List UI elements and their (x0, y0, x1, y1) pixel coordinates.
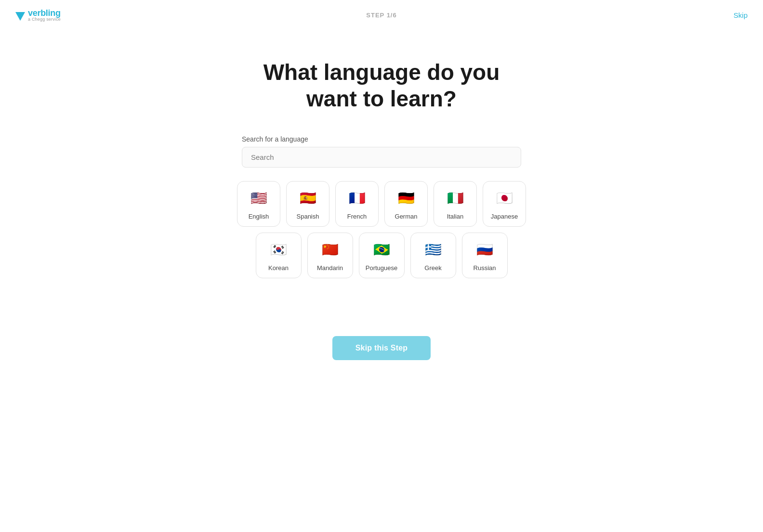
header: verbling a Chegg service STEP 1/6 Skip (0, 0, 763, 30)
skip-link[interactable]: Skip (734, 11, 748, 19)
language-card-spanish[interactable]: 🇪🇸 Spanish (286, 181, 329, 227)
logo-triangle-icon (15, 12, 25, 21)
language-row-2: 🇰🇷 Korean 🇨🇳 Mandarin 🇧🇷 Portuguese 🇬🇷 G… (237, 233, 526, 278)
language-name-portuguese: Portuguese (366, 264, 398, 272)
flag-german: 🇩🇪 (395, 188, 417, 209)
logo-brand: verbling (28, 9, 61, 17)
flag-english: 🇺🇸 (248, 188, 269, 209)
main-content: What language do you want to learn? Sear… (0, 30, 763, 360)
flag-mandarin: 🇨🇳 (319, 239, 341, 260)
language-name-mandarin: Mandarin (317, 264, 343, 272)
logo: verbling a Chegg service (15, 9, 61, 22)
flag-japanese: 🇯🇵 (494, 188, 515, 209)
flag-russian: 🇷🇺 (474, 239, 495, 260)
language-card-italian[interactable]: 🇮🇹 Italian (434, 181, 477, 227)
language-name-spanish: Spanish (297, 213, 319, 220)
language-card-mandarin[interactable]: 🇨🇳 Mandarin (307, 233, 353, 278)
flag-italian: 🇮🇹 (445, 188, 466, 209)
page-title: What language do you want to learn? (263, 59, 500, 112)
language-card-japanese[interactable]: 🇯🇵 Japanese (483, 181, 526, 227)
logo-text: verbling a Chegg service (28, 9, 61, 22)
language-name-russian: Russian (474, 264, 496, 272)
flag-portuguese: 🇧🇷 (371, 239, 392, 260)
language-grid: 🇺🇸 English 🇪🇸 Spanish 🇫🇷 French 🇩🇪 Germa… (237, 181, 526, 278)
language-name-english: English (249, 213, 269, 220)
flag-french: 🇫🇷 (346, 188, 368, 209)
language-card-german[interactable]: 🇩🇪 German (384, 181, 428, 227)
language-card-korean[interactable]: 🇰🇷 Korean (256, 233, 302, 278)
logo-sub: a Chegg service (28, 17, 61, 22)
language-name-french: French (347, 213, 367, 220)
skip-step-button[interactable]: Skip this Step (332, 336, 431, 360)
language-name-greek: Greek (424, 264, 441, 272)
search-section: Search for a language (242, 135, 521, 168)
step-indicator: STEP 1/6 (366, 12, 396, 19)
language-card-french[interactable]: 🇫🇷 French (335, 181, 379, 227)
language-row-1: 🇺🇸 English 🇪🇸 Spanish 🇫🇷 French 🇩🇪 Germa… (237, 181, 526, 227)
language-card-greek[interactable]: 🇬🇷 Greek (410, 233, 456, 278)
language-card-russian[interactable]: 🇷🇺 Russian (462, 233, 508, 278)
language-name-japanese: Japanese (491, 213, 518, 220)
search-label: Search for a language (242, 135, 521, 143)
language-name-italian: Italian (447, 213, 464, 220)
flag-greek: 🇬🇷 (422, 239, 444, 260)
search-input[interactable] (242, 147, 521, 168)
flag-spanish: 🇪🇸 (297, 188, 318, 209)
language-card-portuguese[interactable]: 🇧🇷 Portuguese (359, 233, 405, 278)
language-name-korean: Korean (268, 264, 289, 272)
language-card-english[interactable]: 🇺🇸 English (237, 181, 280, 227)
flag-korean: 🇰🇷 (268, 239, 289, 260)
language-name-german: German (395, 213, 418, 220)
